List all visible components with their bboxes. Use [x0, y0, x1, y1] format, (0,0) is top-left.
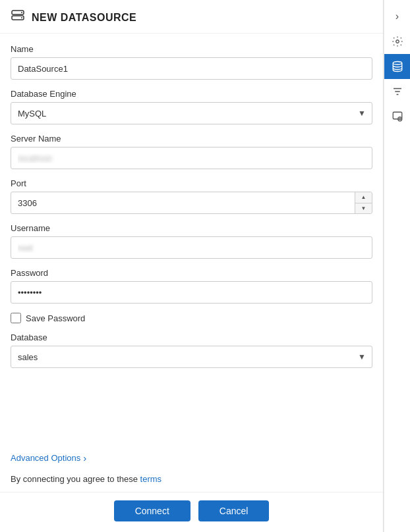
save-password-row: Save Password — [11, 313, 372, 323]
server-name-group: Server Name — [11, 134, 372, 169]
port-label: Port — [11, 178, 372, 188]
server-name-label: Server Name — [11, 134, 372, 144]
database-group: Database sales production test ▼ — [11, 332, 372, 368]
svg-point-3 — [21, 17, 22, 18]
gear-icon — [392, 36, 403, 47]
sidebar-item-filter[interactable] — [384, 79, 411, 104]
password-label: Password — [11, 268, 372, 278]
server-name-input[interactable] — [11, 147, 372, 169]
name-label: Name — [11, 44, 372, 54]
save-password-checkbox[interactable] — [11, 313, 21, 323]
username-input[interactable] — [11, 236, 372, 259]
db-engine-select-wrapper: MySQL PostgreSQL SQLite Oracle SQL Serve… — [11, 102, 372, 124]
db-engine-label: Database Engine — [11, 89, 372, 99]
terms-text: By connecting you agree to these — [11, 474, 138, 484]
sidebar: › — [384, 0, 410, 532]
name-group: Name — [11, 44, 372, 80]
database-select-wrapper: sales production test ▼ — [11, 346, 372, 368]
db-engine-select[interactable]: MySQL PostgreSQL SQLite Oracle SQL Serve… — [11, 102, 372, 124]
svg-rect-6 — [393, 112, 402, 119]
svg-point-4 — [395, 40, 399, 43]
cancel-button[interactable]: Cancel — [198, 500, 270, 521]
advanced-chevron-icon: › — [83, 452, 86, 464]
username-label: Username — [11, 223, 372, 233]
database-icon — [392, 61, 403, 72]
database-label: Database — [11, 332, 372, 342]
username-group: Username — [11, 223, 372, 259]
connect-button[interactable]: Connect — [114, 500, 190, 521]
expand-icon: › — [395, 11, 399, 22]
sidebar-item-gear[interactable] — [384, 29, 411, 54]
port-wrapper: ▲ ▼ — [11, 192, 372, 214]
port-decrement-button[interactable]: ▼ — [355, 203, 372, 214]
sidebar-item-image-settings[interactable] — [384, 104, 411, 129]
datasource-icon — [11, 9, 25, 26]
port-group: Port ▲ ▼ — [11, 178, 372, 214]
port-increment-button[interactable]: ▲ — [355, 192, 372, 203]
advanced-options-section: Advanced Options › — [0, 442, 383, 469]
name-input[interactable] — [11, 57, 372, 80]
header: NEW DATASOURCE — [0, 0, 383, 34]
footer-buttons: Connect Cancel — [0, 492, 383, 532]
terms-row: By connecting you agree to these terms — [0, 469, 383, 492]
advanced-options-label: Advanced Options — [11, 453, 80, 463]
svg-point-2 — [21, 12, 22, 13]
database-select[interactable]: sales production test — [11, 346, 372, 368]
port-spinner: ▲ ▼ — [355, 192, 372, 213]
image-settings-icon — [392, 111, 403, 122]
password-group: Password — [11, 268, 372, 304]
port-input[interactable] — [11, 192, 372, 214]
save-password-label[interactable]: Save Password — [26, 313, 85, 323]
page-title: NEW DATASOURCE — [32, 12, 136, 24]
advanced-options-link[interactable]: Advanced Options › — [11, 452, 372, 464]
filter-icon — [392, 86, 403, 97]
svg-point-5 — [393, 62, 402, 65]
form-area: Name Database Engine MySQL PostgreSQL SQ… — [0, 34, 383, 442]
db-engine-group: Database Engine MySQL PostgreSQL SQLite … — [11, 89, 372, 124]
password-input[interactable] — [11, 281, 372, 304]
sidebar-item-expand[interactable]: › — [384, 4, 411, 29]
sidebar-item-database[interactable] — [384, 54, 411, 79]
terms-link[interactable]: terms — [140, 474, 162, 484]
